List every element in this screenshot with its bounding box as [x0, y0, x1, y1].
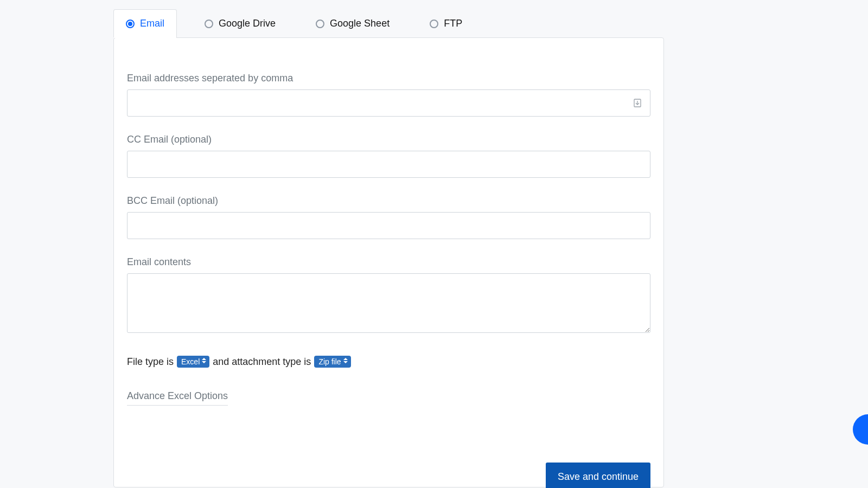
sentence-text: and attachment type is: [213, 356, 311, 368]
email-contents-textarea[interactable]: [127, 273, 650, 333]
file-type-sentence: File type is Excel and attachment type i…: [127, 356, 650, 368]
email-contents-label: Email contents: [127, 256, 650, 268]
delivery-panel: Email Google Drive Google Sheet FTP Emai…: [113, 9, 664, 487]
save-and-continue-button[interactable]: Save and continue: [546, 463, 650, 488]
radio-icon: [430, 20, 438, 28]
email-delivery-form: Email addresses seperated by comma CC Em…: [113, 37, 664, 487]
email-addresses-label: Email addresses seperated by comma: [127, 73, 650, 84]
tab-label: Email: [140, 18, 164, 29]
attachment-type-select[interactable]: Zip file: [314, 356, 350, 368]
sentence-text: File type is: [127, 356, 174, 368]
email-addresses-input[interactable]: [127, 89, 650, 117]
contacts-icon: [633, 99, 642, 107]
radio-icon: [316, 20, 324, 28]
attachment-type-value: Zip file: [318, 357, 341, 367]
tab-email[interactable]: Email: [113, 9, 177, 37]
tab-label: FTP: [444, 18, 462, 29]
tab-label: Google Drive: [219, 18, 276, 29]
radio-icon: [126, 20, 135, 28]
bcc-email-label: BCC Email (optional): [127, 195, 650, 207]
tab-label: Google Sheet: [330, 18, 390, 29]
file-type-select[interactable]: Excel: [177, 356, 209, 368]
delivery-tabbar: Email Google Drive Google Sheet FTP: [113, 9, 664, 37]
bcc-email-input[interactable]: [127, 212, 650, 239]
advance-excel-options-link[interactable]: Advance Excel Options: [127, 390, 228, 406]
tab-ftp[interactable]: FTP: [417, 9, 475, 37]
cc-email-input[interactable]: [127, 151, 650, 178]
help-bubble[interactable]: [853, 414, 868, 445]
cc-email-label: CC Email (optional): [127, 134, 650, 145]
file-type-value: Excel: [181, 357, 200, 367]
tab-google-sheet[interactable]: Google Sheet: [303, 9, 402, 37]
tab-google-drive[interactable]: Google Drive: [192, 9, 288, 37]
radio-icon: [205, 20, 213, 28]
